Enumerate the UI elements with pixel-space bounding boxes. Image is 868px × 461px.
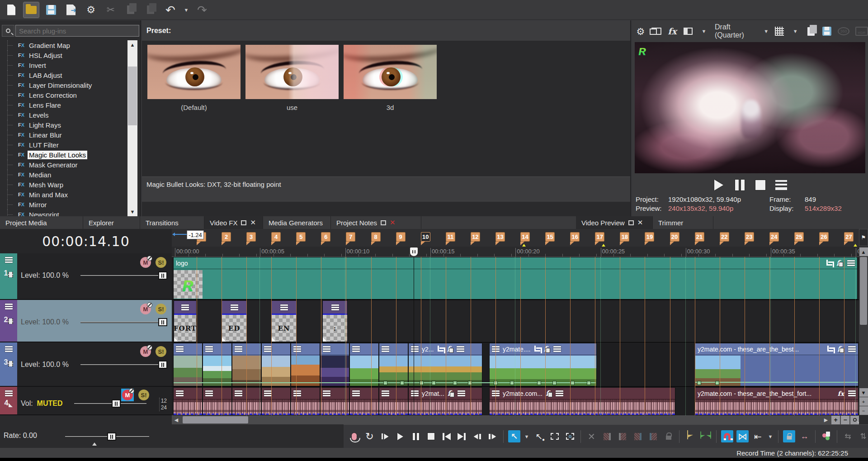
open-project-icon[interactable] <box>24 2 39 18</box>
plugin-item[interactable]: FXLevels <box>1 110 127 120</box>
preview-quality-dropdown[interactable]: Draft (Quarter) ▼ <box>715 25 769 37</box>
clip-menu-icon[interactable] <box>323 390 330 396</box>
slider-handle[interactable] <box>158 361 167 369</box>
video-clip[interactable] <box>379 343 408 386</box>
stop-button[interactable] <box>425 430 437 442</box>
timeline-marker-22[interactable]: 22 <box>720 232 729 242</box>
timeline-marker-5[interactable]: 5 <box>296 232 306 242</box>
track-zoom-out-button[interactable]: − <box>859 406 868 415</box>
timeline-marker-12[interactable]: 12 <box>471 232 480 242</box>
pause-button[interactable] <box>410 430 422 442</box>
plugin-item[interactable]: FXLinear Blur <box>1 130 127 140</box>
plugin-item[interactable]: FXMirror <box>1 200 127 209</box>
undock-icon[interactable] <box>241 220 246 225</box>
save-project-icon[interactable] <box>43 2 59 18</box>
new-project-icon[interactable] <box>4 2 19 18</box>
pan-crop-icon[interactable] <box>437 346 443 352</box>
track-1-color-strip[interactable]: 1 <box>0 253 17 299</box>
audio-clip-y2mat[interactable]: y2mat...f <box>408 387 482 415</box>
plugin-item[interactable]: FXNewsprint <box>1 209 127 216</box>
preview-play-icon[interactable] <box>712 178 726 192</box>
timeline-marker-19[interactable]: 19 <box>645 232 654 242</box>
clip-menu-icon[interactable] <box>205 390 213 396</box>
edit-tool-dropdown-icon[interactable]: ▼ <box>524 430 530 442</box>
clip-menu-icon[interactable] <box>411 390 419 396</box>
clip-menu-icon[interactable] <box>264 346 272 352</box>
mute-button[interactable]: M <box>140 257 151 268</box>
snap-toggle[interactable] <box>721 430 733 442</box>
auto-crossfade-toggle[interactable]: ⋈ <box>736 430 749 442</box>
timeline-marker-26[interactable]: 26 <box>819 232 829 242</box>
video-clip-y2mate[interactable]: y2mate....f <box>489 343 597 386</box>
track-3-color-strip[interactable]: 3 <box>0 342 17 386</box>
clip-menu-icon[interactable] <box>352 390 360 396</box>
timeline-marker-24[interactable]: 24 <box>769 232 779 242</box>
zoom-out-button[interactable]: − <box>841 416 849 424</box>
video-clip[interactable] <box>232 343 261 386</box>
solo-button[interactable]: S! <box>156 257 166 268</box>
plugin-item[interactable]: FXLUT Filter <box>1 140 127 150</box>
clip-menu-icon[interactable] <box>181 304 189 310</box>
tab-project-media[interactable]: Project Media <box>0 216 83 229</box>
audio-clip[interactable] <box>261 387 291 415</box>
previous-frame-button[interactable] <box>471 430 483 442</box>
plugin-item[interactable]: FXLight Rays <box>1 120 127 130</box>
clip-menu-icon[interactable] <box>231 304 238 310</box>
audio-clip[interactable] <box>291 387 320 415</box>
track-2-color-strip[interactable]: 2 <box>0 300 17 342</box>
timeline-marker-16[interactable]: 16 <box>570 232 580 242</box>
clip-menu-icon[interactable] <box>457 346 464 352</box>
video-clip[interactable] <box>349 343 379 386</box>
plugin-item[interactable]: FXHSL Adjust <box>1 50 127 60</box>
track-zoom-in-button[interactable]: + <box>859 397 868 406</box>
audio-clip[interactable] <box>203 387 232 415</box>
clip-menu-icon[interactable] <box>176 346 184 352</box>
tab-video-fx[interactable]: Video FX✕ <box>204 216 263 229</box>
timeline-marker-8[interactable]: 8 <box>371 232 381 242</box>
plugin-item[interactable]: FXMin and Max <box>1 190 127 200</box>
ignore-grouping-button[interactable] <box>820 430 832 442</box>
timeline-h-scrollbar[interactable]: ◀ ▶ + − <box>172 415 859 424</box>
mute-button[interactable]: M <box>140 346 151 357</box>
audio-clip-y2mate-com[interactable]: y2mate.com...f <box>489 387 675 415</box>
timeline-marker-3[interactable]: 3 <box>246 232 256 242</box>
rate-slider[interactable] <box>65 432 149 441</box>
close-icon[interactable]: ✕ <box>390 219 396 227</box>
mute-button[interactable]: M <box>140 304 151 314</box>
preset-3d-thumbnail[interactable] <box>344 45 437 99</box>
plugin-item[interactable]: FXLens Correction <box>1 90 127 100</box>
scrollbar-thumb[interactable] <box>183 416 248 423</box>
volume-slider[interactable] <box>74 399 146 408</box>
audio-clip-these-are-the-best[interactable]: y2mate.com - these_are_the_best_fort...f… <box>695 387 859 415</box>
clip-menu-icon[interactable] <box>847 260 855 266</box>
preview-pause-icon[interactable] <box>733 178 746 192</box>
timecode-display[interactable]: 00:00:14.10 <box>0 229 172 253</box>
play-from-start-button[interactable] <box>379 430 391 442</box>
go-to-end-button[interactable] <box>456 430 468 442</box>
preset-use-thumbnail[interactable] <box>245 45 339 99</box>
audio-clip[interactable] <box>379 387 408 415</box>
preview-360-icon[interactable]: 360 <box>838 25 849 37</box>
clip-menu-icon[interactable] <box>458 390 465 396</box>
scrollbar-thumb[interactable] <box>860 257 867 325</box>
timeline-marker-23[interactable]: 23 <box>745 232 754 242</box>
track-2-header[interactable]: 2 MS! Level: 100.0 % <box>0 300 172 342</box>
track-4-header[interactable]: 4 MS! Vol: MUTED 1224 <box>0 387 172 415</box>
video-clip[interactable] <box>203 343 232 386</box>
scroll-down-icon[interactable]: ▼ <box>859 388 868 397</box>
plugin-item[interactable]: FXMedian <box>1 170 127 180</box>
marker-bar[interactable]: -1.24 1234567891011121314151617181920212… <box>172 229 859 247</box>
undock-icon[interactable] <box>628 220 634 225</box>
tab-explorer[interactable]: Explorer <box>83 216 140 229</box>
split-trim-end-button[interactable] <box>647 430 659 442</box>
clip-menu-icon[interactable] <box>331 304 339 310</box>
clip-en[interactable]: EN <box>271 300 297 342</box>
level-slider[interactable] <box>80 361 167 369</box>
timeline-marker-20[interactable]: 20 <box>670 232 679 242</box>
scroll-up-icon[interactable]: ▲ <box>859 247 868 256</box>
event-fx-icon[interactable]: f <box>837 345 844 353</box>
undock-icon[interactable] <box>381 220 386 225</box>
clip-menu-icon[interactable] <box>492 390 500 396</box>
tab-video-preview[interactable]: Video Preview✕ <box>576 216 653 229</box>
loop-playback-button[interactable]: ↻ <box>363 430 376 442</box>
